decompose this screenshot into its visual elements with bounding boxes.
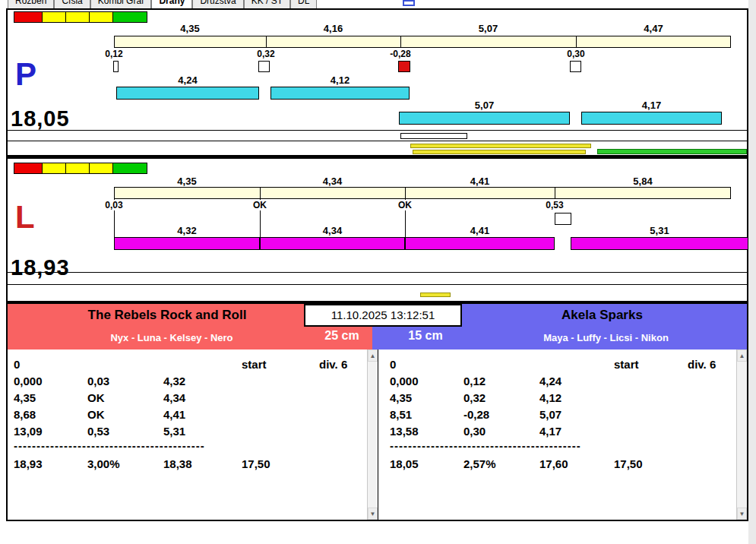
delta-label: 0,53 bbox=[532, 200, 577, 210]
app-window: Rozbeh Čísla Kombi Graf Dráhy Družstva K… bbox=[0, 0, 756, 544]
table-cell: 4,17 bbox=[539, 425, 561, 438]
table-cell: div. 6 bbox=[688, 358, 716, 371]
bar-divider bbox=[400, 36, 401, 48]
split-time-label: 4,34 bbox=[260, 225, 405, 236]
status-light-yellow-3 bbox=[89, 11, 113, 23]
table-total-cell: 18,38 bbox=[163, 457, 192, 470]
status-light-yellow-1 bbox=[42, 163, 66, 174]
split-bar-magenta-2 bbox=[260, 237, 405, 250]
table-cell: 4,35 bbox=[390, 391, 412, 404]
split-time-label: 4,41 bbox=[405, 176, 555, 187]
reference-time-bar bbox=[114, 187, 731, 199]
change-box bbox=[555, 213, 571, 225]
table-cell: 0,12 bbox=[463, 375, 486, 387]
table-total-cell: 17,60 bbox=[539, 457, 568, 470]
lane-total-l: 18,93 bbox=[11, 256, 70, 280]
divider-line bbox=[8, 272, 747, 273]
change-box bbox=[113, 61, 119, 72]
window-icon bbox=[403, 0, 415, 6]
reference-time-bar bbox=[114, 36, 731, 48]
split-time-label: 5,07 bbox=[399, 100, 570, 111]
table-cell: 0,000 bbox=[390, 375, 419, 387]
lane-panel-l: 4,35 4,34 4,41 5,84 0,03 OK OK 0,53 L 4,… bbox=[6, 157, 748, 302]
table-cell: 4,35 bbox=[14, 391, 36, 404]
status-light-yellow-3 bbox=[89, 163, 113, 174]
scroll-down-icon[interactable]: ▼ bbox=[737, 508, 747, 520]
delta-label: OK bbox=[237, 200, 283, 210]
tab-cisla[interactable]: Čísla bbox=[54, 0, 90, 8]
table-cell: 4,41 bbox=[163, 408, 185, 421]
tab-kk-st[interactable]: KK / ST bbox=[244, 0, 290, 8]
team-right-category: 15 cm bbox=[391, 329, 460, 343]
split-bar-cyan-2 bbox=[270, 87, 410, 100]
divider-line bbox=[8, 130, 747, 131]
table-separator: ----------------------------------------… bbox=[390, 439, 581, 452]
status-light-yellow-1 bbox=[42, 11, 66, 23]
team-right-table: 0 start div. 6 0,000 0,12 4,24 4,35 0,32… bbox=[378, 349, 747, 520]
tab-rozbeh[interactable]: Rozbeh bbox=[8, 0, 54, 8]
progress-bar-yellow bbox=[420, 293, 451, 297]
table-total-cell: 17,50 bbox=[242, 457, 270, 470]
table-cell: 0,03 bbox=[87, 375, 109, 387]
delta-label: OK bbox=[382, 200, 428, 210]
table-cell: OK bbox=[87, 408, 105, 421]
table-cell: 13,09 bbox=[14, 425, 43, 438]
delta-label: 0,30 bbox=[553, 49, 599, 59]
split-bar-magenta-1 bbox=[114, 237, 260, 250]
scroll-up-icon[interactable]: ▲ bbox=[368, 349, 378, 362]
split-time-label: 5,07 bbox=[400, 23, 576, 34]
table-total-cell: 2,57% bbox=[463, 457, 496, 470]
delta-label: -0,28 bbox=[378, 49, 423, 59]
team-left-category: 25 cm bbox=[312, 329, 372, 343]
table-cell: 4,32 bbox=[163, 375, 185, 387]
table-cell: div. 6 bbox=[319, 358, 347, 371]
lane-panel-p: 4,35 4,16 5,07 4,47 0,12 0,32 -0,28 0,30… bbox=[6, 8, 748, 157]
split-time-label: 4,41 bbox=[405, 225, 555, 236]
team-right-name: Akela Sparks bbox=[456, 308, 748, 323]
lane-total-p: 18,05 bbox=[11, 107, 70, 131]
split-time-label: 4,17 bbox=[581, 100, 722, 111]
divider-line bbox=[8, 284, 747, 285]
table-cell: OK bbox=[87, 391, 105, 404]
table-total-cell: 18,93 bbox=[14, 457, 43, 470]
table-cell: 0,000 bbox=[14, 375, 43, 387]
table-cell: 0,32 bbox=[463, 391, 486, 404]
fault-box bbox=[398, 61, 410, 72]
split-time-label: 4,35 bbox=[114, 23, 266, 34]
scrollbar[interactable]: ▲ ▼ bbox=[736, 349, 747, 520]
table-cell: start bbox=[614, 358, 639, 371]
tab-dl[interactable]: DL bbox=[290, 0, 317, 8]
split-time-label: 4,32 bbox=[114, 225, 260, 236]
divider-line bbox=[8, 141, 747, 141]
team-left-table: 0 start div. 6 0,000 0,03 4,32 4,35 OK 4… bbox=[8, 349, 378, 520]
split-time-label: 4,24 bbox=[116, 74, 259, 86]
scoreboard-panel: The Rebels Rock and Roll Nyx - Luna - Ke… bbox=[6, 302, 748, 521]
tab-kombi-graf[interactable]: Kombi Graf bbox=[90, 0, 152, 8]
scrollbar[interactable]: ▲ ▼ bbox=[367, 349, 378, 520]
lane-letter-l: L bbox=[15, 201, 35, 233]
lane-letter-p: P bbox=[15, 59, 36, 90]
split-time-label: 4,34 bbox=[260, 176, 405, 187]
scroll-up-icon[interactable]: ▲ bbox=[737, 349, 747, 362]
tab-drahy[interactable]: Dráhy bbox=[151, 0, 192, 8]
status-light-yellow-2 bbox=[65, 163, 90, 174]
table-cell: 4,24 bbox=[539, 375, 561, 387]
status-light-red bbox=[14, 11, 43, 23]
split-time-label: 4,47 bbox=[576, 23, 731, 34]
tab-bar: Rozbeh Čísla Kombi Graf Dráhy Družstva K… bbox=[6, 0, 728, 8]
progress-bar-yellow-1 bbox=[410, 144, 591, 148]
split-bar-magenta-4 bbox=[571, 237, 748, 250]
team-left-members: Nyx - Luna - Kelsey - Nero bbox=[8, 332, 336, 343]
tab-druzstva[interactable]: Družstva bbox=[192, 0, 243, 8]
delta-label: 0,03 bbox=[91, 200, 137, 210]
split-bar-cyan-1 bbox=[116, 87, 259, 100]
table-separator: ----------------------------------------… bbox=[14, 439, 205, 452]
scroll-down-icon[interactable]: ▼ bbox=[368, 508, 378, 520]
split-time-label: 5,84 bbox=[555, 176, 731, 187]
table-total-cell: 18,05 bbox=[390, 457, 419, 470]
split-bar-cyan-4 bbox=[581, 112, 722, 125]
table-cell: 0 bbox=[390, 358, 396, 371]
table-cell: 4,34 bbox=[163, 391, 185, 404]
split-time-label: 4,16 bbox=[266, 23, 400, 34]
split-time-label: 5,31 bbox=[571, 225, 748, 236]
